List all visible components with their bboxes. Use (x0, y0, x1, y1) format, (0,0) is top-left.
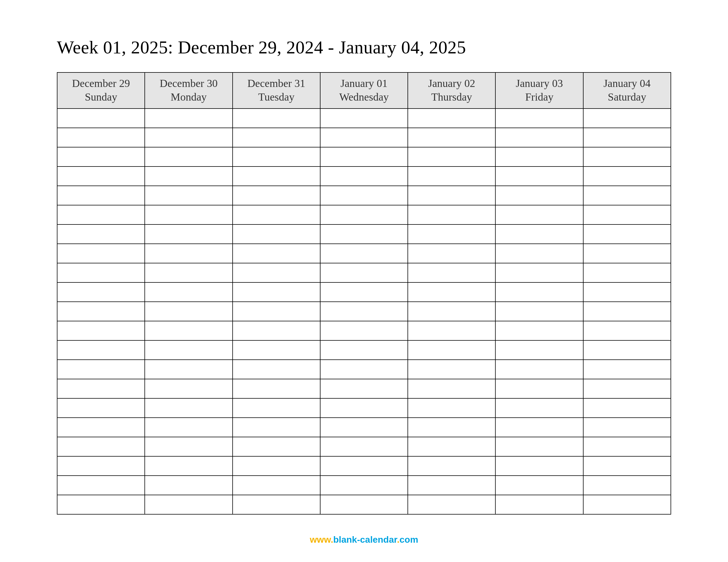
calendar-cell (408, 263, 495, 282)
calendar-cell (57, 109, 145, 128)
calendar-cell (57, 379, 145, 398)
calendar-cell (408, 379, 495, 398)
table-row (57, 128, 671, 147)
calendar-cell (233, 379, 320, 398)
calendar-cell (145, 186, 232, 205)
calendar-cell (495, 476, 583, 495)
calendar-cell (320, 418, 408, 437)
calendar-cell (57, 495, 145, 514)
calendar-cell (145, 205, 232, 225)
calendar-cell (408, 437, 495, 456)
table-row (57, 205, 671, 225)
calendar-cell (408, 418, 495, 437)
calendar-cell (495, 495, 583, 514)
calendar-cell (145, 321, 232, 340)
table-row (57, 456, 671, 476)
calendar-cell (495, 456, 583, 476)
calendar-cell (57, 340, 145, 360)
calendar-cell (233, 186, 320, 205)
calendar-cell (408, 282, 495, 302)
calendar-cell (583, 398, 671, 418)
calendar-cell (145, 282, 232, 302)
column-header-monday: December 30 Monday (145, 72, 232, 109)
calendar-header-row: December 29 Sunday December 30 Monday De… (57, 72, 671, 109)
calendar-cell (495, 282, 583, 302)
calendar-cell (408, 495, 495, 514)
calendar-cell (583, 476, 671, 495)
calendar-cell (233, 360, 320, 379)
calendar-cell (145, 244, 232, 263)
calendar-cell (233, 456, 320, 476)
calendar-cell (320, 244, 408, 263)
column-header-tuesday: December 31 Tuesday (233, 72, 320, 109)
calendar-cell (583, 225, 671, 244)
table-row (57, 340, 671, 360)
calendar-cell (145, 263, 232, 282)
calendar-cell (145, 456, 232, 476)
table-row (57, 495, 671, 514)
calendar-cell (233, 128, 320, 147)
table-row (57, 186, 671, 205)
header-weekday: Friday (497, 90, 582, 104)
calendar-cell (495, 340, 583, 360)
calendar-cell (583, 360, 671, 379)
calendar-cell (583, 167, 671, 186)
calendar-cell (495, 167, 583, 186)
column-header-friday: January 03 Friday (495, 72, 583, 109)
calendar-cell (408, 225, 495, 244)
table-row (57, 398, 671, 418)
calendar-cell (583, 321, 671, 340)
calendar-cell (583, 456, 671, 476)
calendar-cell (57, 128, 145, 147)
calendar-cell (583, 379, 671, 398)
calendar-cell (233, 225, 320, 244)
table-row (57, 225, 671, 244)
calendar-cell (145, 128, 232, 147)
footer-url: www.blank-calendar.com (0, 534, 728, 545)
calendar-cell (408, 128, 495, 147)
calendar-cell (408, 456, 495, 476)
calendar-cell (233, 282, 320, 302)
calendar-cell (583, 302, 671, 321)
calendar-cell (145, 495, 232, 514)
calendar-cell (408, 244, 495, 263)
calendar-cell (495, 302, 583, 321)
calendar-cell (233, 398, 320, 418)
calendar-cell (145, 476, 232, 495)
column-header-thursday: January 02 Thursday (408, 72, 495, 109)
header-date: January 03 (497, 77, 582, 90)
calendar-cell (320, 128, 408, 147)
footer-host: blank-calendar (333, 534, 397, 545)
calendar-cell (408, 398, 495, 418)
calendar-cell (57, 437, 145, 456)
calendar-cell (583, 186, 671, 205)
page-title: Week 01, 2025: December 29, 2024 - Janua… (57, 37, 671, 58)
calendar-cell (57, 398, 145, 418)
calendar-cell (408, 186, 495, 205)
header-date: January 01 (322, 77, 406, 90)
calendar-cell (57, 225, 145, 244)
calendar-cell (57, 418, 145, 437)
column-header-sunday: December 29 Sunday (57, 72, 145, 109)
calendar-cell (408, 205, 495, 225)
calendar-cell (57, 263, 145, 282)
calendar-cell (233, 495, 320, 514)
table-row (57, 147, 671, 167)
calendar-cell (320, 398, 408, 418)
calendar-cell (57, 282, 145, 302)
table-row (57, 109, 671, 128)
calendar-cell (408, 302, 495, 321)
calendar-cell (495, 128, 583, 147)
footer-tld: com (400, 534, 418, 545)
calendar-cell (583, 147, 671, 167)
calendar-cell (320, 186, 408, 205)
calendar-cell (145, 302, 232, 321)
calendar-cell (495, 205, 583, 225)
table-row (57, 244, 671, 263)
calendar-cell (408, 340, 495, 360)
calendar-cell (495, 147, 583, 167)
table-row (57, 476, 671, 495)
calendar-cell (320, 302, 408, 321)
calendar-cell (495, 398, 583, 418)
calendar-cell (233, 109, 320, 128)
